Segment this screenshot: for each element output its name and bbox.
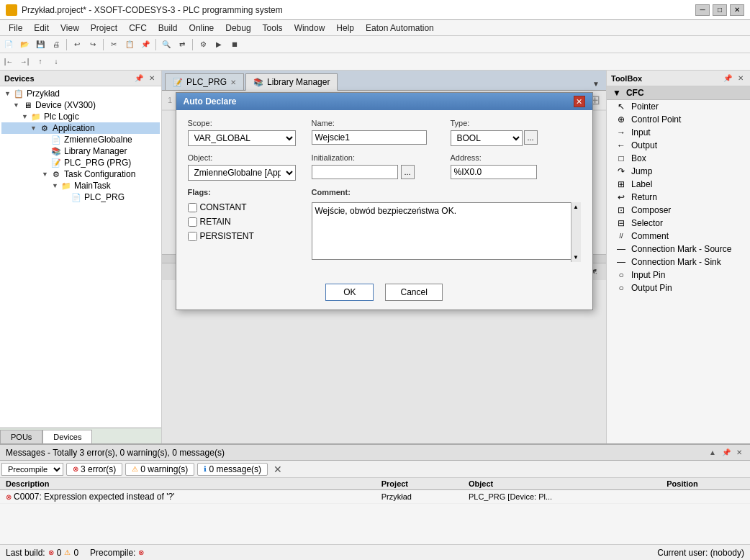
col-object: Object <box>463 478 661 490</box>
object-select[interactable]: ZmienneGlobalne [Application] <box>188 165 296 181</box>
find-btn[interactable]: 🔍 <box>159 38 173 51</box>
menu-tools[interactable]: Tools <box>257 22 289 35</box>
menu-file[interactable]: File <box>3 22 28 35</box>
replace-btn[interactable]: ⇄ <box>175 38 189 51</box>
toolbox-item-box[interactable]: □ Box <box>607 152 750 165</box>
scope-select[interactable]: VAR_GLOBAL <box>188 130 296 146</box>
tree-item-maintask[interactable]: ▼ 📁 MainTask <box>1 180 160 191</box>
tb2-btn4[interactable]: ↓ <box>49 55 63 68</box>
paste-btn[interactable]: 📌 <box>138 38 153 51</box>
name-input[interactable] <box>312 130 427 145</box>
copy-btn[interactable]: 📋 <box>122 38 137 51</box>
menu-online[interactable]: Online <box>184 22 220 35</box>
tree-item-zmienne[interactable]: 📄 ZmienneGlobalne <box>1 134 160 145</box>
save-btn[interactable]: 💾 <box>33 38 48 51</box>
messages-count-btn[interactable]: ℹ 0 message(s) <box>197 463 268 476</box>
menu-window[interactable]: Window <box>289 22 331 35</box>
close-btn[interactable]: ✕ <box>730 4 744 16</box>
toolbox-item-selector[interactable]: ⊟ Selector <box>607 217 750 230</box>
redo-btn[interactable]: ↪ <box>86 38 100 51</box>
menu-debug[interactable]: Debug <box>220 22 256 35</box>
dialog-row-2: Object: ZmienneGlobalne [Application] In… <box>188 153 581 181</box>
toolbox-section-arrow[interactable]: ▼ <box>613 88 621 98</box>
errors-btn[interactable]: ⊗ 3 error(s) <box>66 463 122 476</box>
stop-btn[interactable]: ⏹ <box>227 38 242 51</box>
messages-close-btn[interactable]: ✕ <box>734 448 744 456</box>
tb2-btn2[interactable]: →| <box>17 55 32 68</box>
toolbox-item-composer[interactable]: ⊡ Composer <box>607 204 750 217</box>
tree-item-plcprg[interactable]: 📝 PLC_PRG (PRG) <box>1 157 160 168</box>
dialog-object-col: Object: ZmienneGlobalne [Application] <box>188 153 303 181</box>
flag-persistent-label[interactable]: PERSISTENT <box>188 231 303 241</box>
toolbox-pin-btn[interactable]: 📌 <box>721 74 734 82</box>
clear-messages-btn[interactable]: ✕ <box>271 464 285 475</box>
messages-pin-btn[interactable]: 📌 <box>720 448 733 456</box>
toolbox-item-comment[interactable]: // Comment <box>607 230 750 243</box>
menu-edit[interactable]: Edit <box>28 22 55 35</box>
flag-constant-checkbox[interactable] <box>188 203 197 212</box>
warnings-btn[interactable]: ⚠ 0 warning(s) <box>125 463 194 476</box>
menu-view[interactable]: View <box>55 22 85 35</box>
tb2-btn3[interactable]: ↑ <box>33 55 48 68</box>
new-btn[interactable]: 📄 <box>1 38 16 51</box>
tab-devices[interactable]: Devices <box>42 430 92 443</box>
precompile-select[interactable]: Precompile <box>1 463 63 476</box>
menu-build[interactable]: Build <box>153 22 184 35</box>
tree-item-przykład[interactable]: ▼ 📋 Przykład <box>1 88 160 99</box>
flag-retain-checkbox[interactable] <box>188 217 197 227</box>
toolbox-item-jump[interactable]: ↷ Jump <box>607 165 750 178</box>
toolbox-connmark-source-label: Connection Mark - Source <box>631 244 731 254</box>
flag-retain-label[interactable]: RETAIN <box>188 217 303 227</box>
tree-item-plcprg2[interactable]: 📄 PLC_PRG <box>1 191 160 203</box>
toolbox-close-btn[interactable]: ✕ <box>736 74 746 82</box>
menu-cfc[interactable]: CFC <box>123 22 153 35</box>
app-icon <box>6 4 17 16</box>
open-btn[interactable]: 📂 <box>17 38 32 51</box>
init-input[interactable] <box>312 165 398 179</box>
minimize-btn[interactable]: ─ <box>695 4 710 16</box>
menu-help[interactable]: Help <box>330 22 360 35</box>
tree-item-application[interactable]: ▼ ⚙ Application <box>1 122 160 134</box>
toolbox-item-input-pin[interactable]: ○ Input Pin <box>607 268 750 281</box>
toolbox-item-pointer[interactable]: ↖ Pointer <box>607 100 750 113</box>
address-input[interactable] <box>451 165 537 179</box>
ok-button[interactable]: OK <box>325 284 374 301</box>
init-browse-btn[interactable]: ... <box>401 165 415 179</box>
pointer-icon: ↖ <box>615 102 627 111</box>
type-select[interactable]: BOOL <box>451 130 523 146</box>
run-btn[interactable]: ▶ <box>212 38 226 51</box>
tree-item-taskconfig[interactable]: ▼ ⚙ Task Configuration <box>1 168 160 180</box>
flag-persistent-checkbox[interactable] <box>188 232 197 241</box>
toolbox-item-input[interactable]: → Input <box>607 126 750 139</box>
tree-item-plclogic[interactable]: ▼ 📁 Plc Logic <box>1 111 160 122</box>
toolbox-item-controlpoint[interactable]: ⊕ Control Point <box>607 113 750 126</box>
print-btn[interactable]: 🖨 <box>49 38 63 51</box>
tree-item-libmgr[interactable]: 📚 Library Manager <box>1 145 160 157</box>
comment-textarea[interactable]: Wejście, obwód bezpieczeństwa OK. <box>312 202 581 260</box>
flag-constant-label[interactable]: CONSTANT <box>188 202 303 212</box>
messages-toolbar: Precompile ⊗ 3 error(s) ⚠ 0 warning(s) ℹ… <box>0 461 750 478</box>
message-row-1[interactable]: ⊗ C0007: Expression expected instead of … <box>0 490 750 504</box>
menu-eaton[interactable]: Eaton Automation <box>360 22 440 35</box>
build-btn[interactable]: ⚙ <box>196 38 210 51</box>
tb2-btn1[interactable]: |← <box>1 55 16 68</box>
menu-project[interactable]: Project <box>85 22 123 35</box>
toolbox-item-connmark-sink[interactable]: — Connection Mark - Sink <box>607 256 750 268</box>
type-browse-btn[interactable]: ... <box>524 130 538 145</box>
maximize-btn[interactable]: □ <box>713 4 727 16</box>
cut-btn[interactable]: ✂ <box>107 38 121 51</box>
panel-pin-btn[interactable]: 📌 <box>132 74 145 82</box>
undo-btn[interactable]: ↩ <box>70 38 84 51</box>
toolbox-item-output-pin[interactable]: ○ Output Pin <box>607 281 750 294</box>
tree-item-device[interactable]: ▼ 🖥 Device (XV300) <box>1 99 160 111</box>
dialog-close-btn[interactable]: ✕ <box>574 96 585 107</box>
tab-pous[interactable]: POUs <box>0 430 42 443</box>
toolbox-item-return[interactable]: ↩ Return <box>607 191 750 204</box>
toolbox-item-output[interactable]: ← Output <box>607 139 750 152</box>
cancel-button[interactable]: Cancel <box>385 284 442 301</box>
toolbox-item-label[interactable]: ⊞ Label <box>607 178 750 191</box>
comment-scrollbar[interactable]: ▲ ▼ <box>571 202 581 262</box>
toolbox-item-connmark-source[interactable]: — Connection Mark - Source <box>607 243 750 256</box>
messages-arrow-up[interactable]: ▲ <box>707 448 718 456</box>
panel-close-btn[interactable]: ✕ <box>147 74 157 82</box>
